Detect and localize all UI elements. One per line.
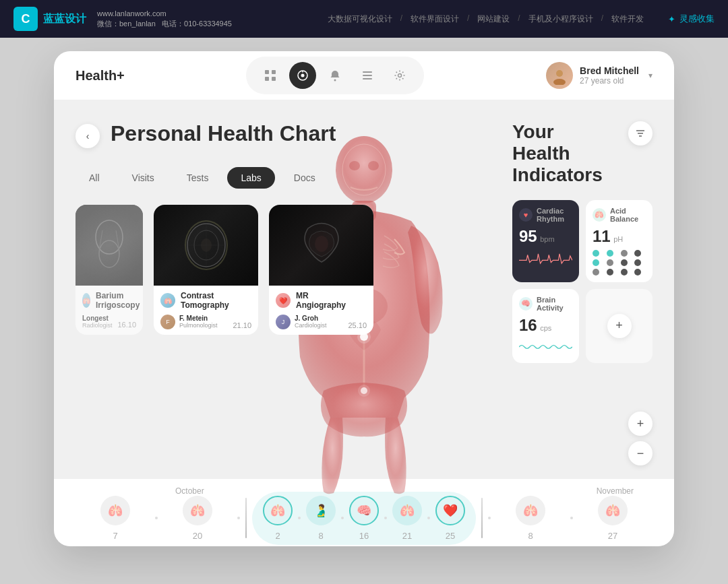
- nav-pills: [246, 57, 424, 94]
- indicator-brain[interactable]: 🧠 BrainActivity 16 cps: [512, 289, 579, 363]
- dot-1: [593, 250, 599, 257]
- nav-grid-icon[interactable]: [257, 62, 284, 89]
- tab-all[interactable]: All: [75, 167, 113, 189]
- doctor-info-mri: J. Groh Cardiologist: [295, 315, 327, 329]
- brain-value: 16: [519, 316, 537, 334]
- acid-label-row: 🫁 AcidBalance: [593, 207, 646, 223]
- doctor-avatar-mri: J: [276, 315, 291, 329]
- indicator-add-card: +: [586, 289, 653, 363]
- cardiac-icon: ♥: [519, 208, 533, 222]
- svg-rect-10: [363, 78, 372, 79]
- acid-dots: [593, 250, 646, 275]
- indicators-grid: ♥ CardiacRhythm 95 bpm: [512, 200, 653, 363]
- brand-collect[interactable]: ✦ 灵感收集: [668, 13, 715, 25]
- nav-icons-center: [138, 57, 533, 94]
- card-image-ct: [154, 205, 258, 286]
- card-title-barium: BariumIrrigoscopy: [96, 291, 140, 311]
- filter-button[interactable]: [628, 121, 653, 145]
- doctor-name-barium: Longest: [82, 315, 113, 322]
- doctor-spec-ct: Pulmonologist: [179, 322, 218, 329]
- dot-8: [634, 259, 641, 266]
- svg-rect-0: [265, 70, 269, 74]
- back-button[interactable]: ‹: [75, 124, 100, 148]
- acid-label: AcidBalance: [610, 207, 638, 223]
- card-date-mri: 25.10: [348, 321, 367, 329]
- acid-value-row: 11 pH: [593, 227, 646, 246]
- zoom-in-button[interactable]: +: [628, 412, 653, 436]
- app-logo: Health+: [75, 68, 125, 84]
- timeline-bubble-27: 🫁: [598, 496, 628, 525]
- card-doctor-ct: F F. Metein Pulmonologist: [160, 315, 218, 329]
- card-date-ct: 21.10: [233, 321, 251, 329]
- add-indicator-button[interactable]: +: [607, 314, 632, 338]
- card-doctor-barium: Longest Radiologist: [82, 315, 113, 329]
- brand-contact: 微信：ben_lanlan 电话：010-63334945: [97, 19, 232, 29]
- filter-tabs: All Visits Tests Labs Docs: [75, 167, 404, 189]
- medical-card-mri[interactable]: ❤️ MRAngiography J J. Groh Cardiologist …: [269, 205, 373, 335]
- timeline-item-7[interactable]: 🫁 7: [75, 496, 155, 541]
- doctor-info-barium: Longest Radiologist: [82, 315, 113, 329]
- dot-6: [607, 259, 613, 266]
- doctor-info-ct: F. Metein Pulmonologist: [179, 315, 218, 329]
- card-title-ct: ContrastTomography: [181, 291, 229, 311]
- dot-12: [634, 269, 641, 275]
- card-header-ct: 🫁 ContrastTomography: [154, 286, 258, 312]
- medical-card-barium[interactable]: 🫁 BariumIrrigoscopy Longest Radiologist …: [75, 205, 143, 335]
- indicator-cardiac[interactable]: ♥ CardiacRhythm 95 bpm: [512, 200, 579, 282]
- card-image-barium: [75, 205, 143, 286]
- timeline-item-20[interactable]: 🫁 20: [158, 496, 237, 541]
- timeline-date-7: 7: [113, 531, 117, 541]
- nav-bell-icon[interactable]: [322, 62, 348, 89]
- svg-point-12: [556, 70, 563, 77]
- acid-unit: pH: [613, 235, 623, 243]
- nav-user[interactable]: Bred Mitchell 27 years old ▾: [546, 62, 653, 89]
- indicator-acid[interactable]: 🫁 AcidBalance 11 pH: [586, 200, 653, 282]
- timeline-item-27[interactable]: 🫁 27: [573, 496, 653, 541]
- timeline-item-8b[interactable]: 🫁 8: [491, 496, 570, 541]
- zoom-controls: + −: [628, 412, 653, 465]
- card-icon-barium: 🫁: [82, 293, 90, 308]
- indicators-title: YourHealthIndicators: [512, 121, 603, 187]
- left-panel: ‹ Personal Health Chart All Visits Tests…: [54, 100, 404, 356]
- cardiac-value-row: 95 bpm: [519, 227, 572, 246]
- zoom-out-button[interactable]: −: [628, 441, 653, 465]
- doctor-avatar-ct: F: [160, 315, 175, 329]
- tab-visits[interactable]: Visits: [119, 167, 168, 189]
- brand-name: 蓝蓝设计: [43, 12, 86, 26]
- svg-rect-8: [363, 71, 372, 73]
- svg-rect-1: [272, 70, 276, 74]
- tab-labs[interactable]: Labs: [227, 167, 274, 189]
- indicators-header: YourHealthIndicators: [512, 121, 653, 187]
- dot-11: [621, 269, 628, 275]
- doctor-name-mri: J. Groh: [295, 315, 327, 322]
- nav-settings-icon[interactable]: [386, 62, 413, 89]
- card-date-barium: 16.10: [117, 321, 136, 329]
- card-header-mri: ❤️ MRAngiography: [269, 286, 373, 312]
- svg-rect-9: [363, 75, 372, 76]
- card-footer-ct: F F. Metein Pulmonologist 21.10: [154, 312, 258, 335]
- medical-card-ct[interactable]: 🫁 ContrastTomography F F. Metein Pulmono…: [154, 205, 258, 335]
- tab-tests[interactable]: Tests: [173, 167, 222, 189]
- svg-point-5: [301, 74, 305, 77]
- tab-docs[interactable]: Docs: [280, 167, 329, 189]
- brand-logo: C 蓝蓝设计: [13, 7, 86, 31]
- nav-dashboard-icon[interactable]: [289, 62, 316, 89]
- dot-4: [634, 250, 641, 257]
- dot-5: [593, 259, 599, 266]
- brain-icon: 🧠: [519, 297, 533, 311]
- svg-point-20: [201, 238, 212, 252]
- brand-nav: 大数据可视化设计 / 软件界面设计 / 网站建设 / 手机及小程序设计 / 软件…: [328, 13, 644, 25]
- main-area: ‹ Personal Health Chart All Visits Tests…: [54, 100, 674, 546]
- right-panel: YourHealthIndicators ♥ C: [512, 100, 674, 363]
- user-age: 27 years old: [580, 76, 639, 86]
- month-november: November: [597, 486, 634, 496]
- dot-7: [621, 259, 628, 266]
- page-title: Personal Health Chart: [111, 121, 336, 146]
- timeline-date-8b: 8: [528, 531, 533, 541]
- brand-bar: C 蓝蓝设计 www.lanlanwork.com 微信：ben_lanlan …: [0, 0, 728, 38]
- svg-point-19: [194, 230, 218, 260]
- card-footer-mri: J J. Groh Cardiologist 25.10: [269, 312, 373, 335]
- nav-list-icon[interactable]: [354, 62, 381, 89]
- timeline-bubble-7: 🫁: [100, 496, 130, 525]
- cardiac-label-row: ♥ CardiacRhythm: [519, 207, 572, 223]
